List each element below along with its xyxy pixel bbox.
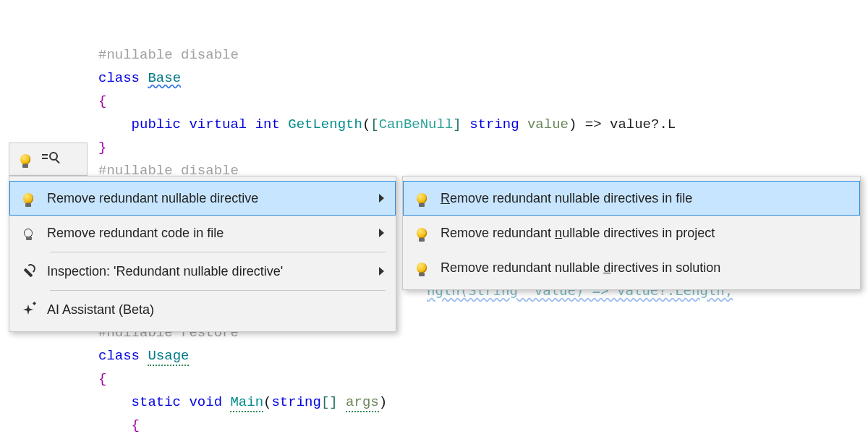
menu-item-label: Remove redundant nullable directive	[47, 191, 369, 206]
paren-open: (	[263, 394, 271, 410]
directive-line: #nullable disable	[98, 47, 239, 63]
menu-item-label: Remove redundant code in file	[47, 226, 369, 241]
keyword-string: string	[469, 116, 527, 132]
submenu-item-project[interactable]: Remove redundant nullable directives in …	[403, 216, 860, 250]
brace-close: }	[98, 140, 106, 156]
menu-item-ai-assistant[interactable]: AI Assistant (Beta)	[9, 292, 396, 327]
keyword-public: public	[132, 116, 190, 132]
lightbulb-icon	[413, 259, 430, 276]
paren-close: )	[379, 394, 387, 410]
search-inline-icon[interactable]	[41, 150, 59, 168]
expression: value?.L	[610, 116, 676, 132]
menu-separator	[50, 252, 386, 252]
indent	[98, 116, 132, 132]
submenu-item-file[interactable]: Remove redundant nullable directives in …	[403, 181, 860, 216]
keyword-void: void	[189, 394, 230, 410]
submenu-item-solution[interactable]: Remove redundant nullable directives in …	[403, 250, 860, 285]
quickfix-toolbar	[9, 142, 88, 176]
keyword-string: string	[271, 394, 320, 410]
param-args: args	[346, 394, 379, 412]
lightbulb-icon	[413, 190, 430, 207]
bracket-close: ]	[453, 116, 469, 132]
brace-open: {	[98, 417, 140, 433]
brace-open: {	[98, 371, 106, 387]
method-main: Main	[230, 394, 263, 412]
chevron-right-icon	[379, 267, 384, 276]
brace-open: {	[98, 93, 106, 109]
menu-item-inspection[interactable]: Inspection: 'Redundant nullable directiv…	[9, 254, 396, 289]
menu-item-remove-redundant-code-file[interactable]: Remove redundant code in file	[9, 216, 396, 250]
indent	[98, 394, 132, 410]
lightbulb-outline-icon	[20, 224, 37, 242]
arrow: =>	[585, 116, 610, 132]
keyword-virtual: virtual	[189, 116, 255, 132]
brackets-array: []	[321, 394, 346, 410]
lightbulb-icon	[20, 190, 37, 207]
chevron-right-icon	[379, 194, 384, 203]
menu-item-remove-redundant-directive[interactable]: Remove redundant nullable directive	[9, 181, 396, 216]
paren-open: (	[362, 116, 370, 132]
menu-separator	[50, 290, 386, 291]
param-value: value	[527, 116, 569, 132]
submenu-item-label: Remove redundant nullable directives in …	[441, 260, 853, 276]
paren-close: )	[569, 116, 585, 132]
keyword-class: class	[98, 70, 148, 86]
class-name-base: Base	[148, 70, 181, 86]
lightbulb-icon	[413, 224, 430, 242]
keyword-static: static	[132, 394, 190, 410]
quickfix-submenu: Remove redundant nullable directives in …	[402, 176, 861, 290]
class-name-usage: Usage	[148, 348, 189, 366]
lightbulb-icon[interactable]	[17, 150, 34, 168]
wrench-icon	[20, 263, 37, 280]
method-name: GetLength	[288, 116, 362, 132]
menu-item-label: Inspection: 'Redundant nullable directiv…	[47, 264, 369, 279]
menu-item-label: AI Assistant (Beta)	[47, 302, 388, 318]
submenu-item-label: Remove redundant nullable directives in …	[441, 191, 853, 206]
attribute-canbenull: CanBeNull	[379, 116, 454, 132]
quickfix-menu: Remove redundant nullable directive Remo…	[9, 176, 396, 332]
bracket-open: [	[370, 116, 378, 132]
sparkle-icon	[20, 301, 37, 318]
keyword-class: class	[98, 348, 148, 364]
submenu-item-label: Remove redundant nullable directives in …	[441, 226, 853, 241]
chevron-right-icon	[379, 229, 384, 237]
keyword-int: int	[255, 116, 289, 132]
